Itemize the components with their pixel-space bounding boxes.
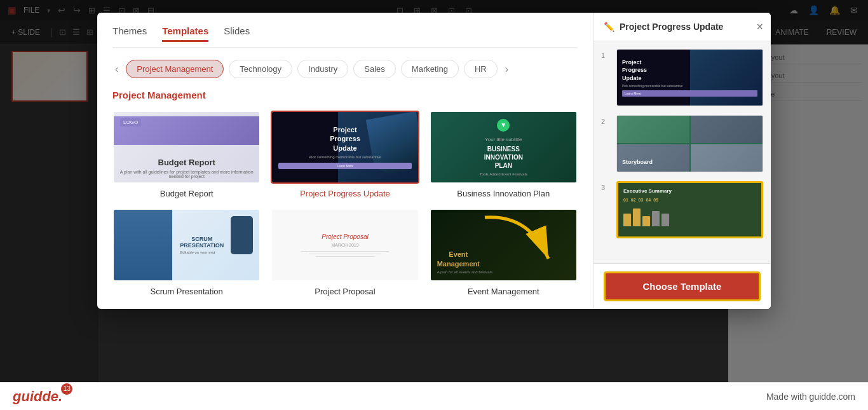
template-label-bip: Business Innovation Plan: [430, 189, 578, 198]
thumb-em-inner: EventManagement A plan for all events an…: [431, 210, 576, 280]
sp3-n5: 05: [653, 198, 658, 202]
tab-templates[interactable]: Templates: [162, 25, 208, 42]
template-thumb-scrum: SCRUMPRESENTATION Editable on your end: [112, 208, 261, 282]
sp3-inner: Executive Summary 01 02 03 04 05: [618, 183, 761, 236]
sp2-cell-2: [691, 116, 763, 143]
sp3-n2: 02: [631, 198, 636, 202]
filter-industry[interactable]: Industry: [297, 60, 348, 78]
sp3-bars: [623, 207, 756, 226]
pp-line: [301, 251, 389, 252]
sp3-bar-1: [623, 214, 631, 226]
scrum-sidebar: [114, 210, 172, 280]
sp1-text: ProjectProgressUpdate: [622, 58, 757, 83]
budget-sub: A plan with all guidelines for project t…: [114, 170, 259, 179]
sp3-title: Executive Summary: [623, 188, 756, 194]
tab-themes[interactable]: Themes: [112, 25, 147, 42]
ppu-title: ProjectProgressUpdate: [278, 125, 411, 153]
modal-main: Themes Templates Slides ‹ Project Manage…: [97, 13, 593, 309]
filter-sales[interactable]: Sales: [353, 60, 396, 78]
filter-next-button[interactable]: ›: [503, 61, 511, 78]
sp2-title: Storyboard: [622, 159, 653, 165]
slide-preview-2: 2 Storyboard: [601, 115, 763, 172]
template-card-project-proposal[interactable]: Project Proposal MARCH 2019 Project Prop…: [271, 208, 419, 296]
sp3-bar-5: [661, 214, 669, 226]
template-card-scrum[interactable]: SCRUMPRESENTATION Editable on your end S…: [112, 208, 261, 296]
scrum-phone: [231, 216, 253, 254]
modal-overlay: × Themes Templates Slides ‹ Project Mana…: [0, 0, 868, 410]
modal-right-header: ✏️ Project Progress Update: [593, 13, 771, 41]
template-card-ppu[interactable]: ProjectProgressUpdate Pick something mem…: [271, 111, 419, 198]
modal-tabs: Themes Templates Slides: [112, 25, 578, 48]
filter-marketing[interactable]: Marketing: [401, 60, 459, 78]
sp3-n1: 01: [623, 198, 628, 202]
modal-close-button[interactable]: ×: [756, 20, 763, 34]
thumb-pp-inner: Project Proposal MARCH 2019: [272, 210, 417, 280]
choose-template-container: Choose Template: [593, 263, 771, 309]
edit-icon: ✏️: [604, 22, 614, 32]
template-thumb-bip: ▼ Your title subtitle BUSINESSINNOVATION…: [430, 111, 578, 184]
slide-previews-list: 1 ProjectProgressUpdate Pick something m…: [593, 41, 771, 263]
footer-logo: guidde.: [13, 388, 62, 405]
sp1-sub: Pick something memorable but substantive: [622, 84, 757, 88]
em-title: EventManagement: [437, 250, 480, 268]
footer-logo-container: guidde. 13: [13, 388, 72, 405]
sp2-inner: Storyboard: [617, 116, 763, 172]
slide-thumb-1[interactable]: ProjectProgressUpdate Pick something mem…: [616, 49, 763, 106]
choose-template-button[interactable]: Choose Template: [604, 271, 761, 301]
sp3-bar-2: [633, 208, 641, 226]
bip-sub: Tools Added Event Festivals: [480, 172, 527, 176]
template-label-scrum: Scrum Presentation: [112, 287, 261, 296]
section-heading: Project Management: [112, 90, 578, 100]
tab-slides[interactable]: Slides: [224, 25, 250, 42]
template-label-event-management: Event Management: [430, 287, 578, 296]
pp-sub: MARCH 2019: [331, 243, 358, 247]
filter-prev-button[interactable]: ‹: [112, 61, 121, 78]
bip-icon: ▼: [497, 119, 510, 132]
thumb-bip-inner: ▼ Your title subtitle BUSINESSINNOVATION…: [431, 112, 576, 182]
slide-num-3: 3: [601, 184, 610, 191]
em-sub: A plan for all events and festivals: [437, 270, 492, 274]
slide-preview-3: 3 Executive Summary 01 02 03 04 05: [601, 181, 763, 238]
template-modal: × Themes Templates Slides ‹ Project Mana…: [97, 13, 771, 309]
template-card-event-management[interactable]: EventManagement A plan for all events an…: [430, 208, 578, 296]
pp-line2: [309, 254, 382, 254]
ppu-btn: Learn More: [278, 163, 411, 169]
sp2-cell-4: [691, 144, 763, 172]
modal-right-title: Project Progress Update: [620, 22, 723, 32]
template-grid: LOGO Budget Report A plan with all guide…: [112, 111, 578, 296]
thumb-scrum-inner: SCRUMPRESENTATION Editable on your end: [114, 210, 259, 280]
filter-row: ‹ Project Management Technology Industry…: [112, 60, 578, 78]
scrum-title: SCRUMPRESENTATION: [180, 236, 224, 249]
thumb-ppu-inner: ProjectProgressUpdate Pick something mem…: [272, 112, 417, 182]
sp3-bar-4: [652, 211, 660, 226]
sp3-bar-3: [642, 216, 650, 226]
sp3-n3: 03: [639, 198, 644, 202]
modal-right-panel: ✏️ Project Progress Update 1 ProjectProg…: [593, 13, 771, 309]
slide-preview-1: 1 ProjectProgressUpdate Pick something m…: [601, 49, 763, 106]
pp-title: Project Proposal: [322, 233, 368, 240]
sp3-n4: 04: [646, 198, 651, 202]
sp2-cell-3: [617, 144, 689, 172]
sp1-inner: ProjectProgressUpdate Pick something mem…: [617, 50, 763, 106]
sp2-cell-1: [617, 116, 689, 143]
sp1-btn: Learn More: [622, 90, 757, 97]
bip-tagline: Your title subtitle: [485, 137, 522, 142]
template-card-bip[interactable]: ▼ Your title subtitle BUSINESSINNOVATION…: [430, 111, 578, 198]
slide-thumb-2[interactable]: Storyboard: [616, 115, 763, 172]
thumb-budget-inner: LOGO Budget Report A plan with all guide…: [114, 112, 259, 182]
bip-title: BUSINESSINNOVATIONPLAN: [484, 145, 523, 170]
filter-hr[interactable]: HR: [464, 60, 498, 78]
template-thumb-project-proposal: Project Proposal MARCH 2019: [271, 208, 419, 282]
ppu-sub: Pick something memorable but substantive: [278, 155, 411, 159]
filter-technology[interactable]: Technology: [229, 60, 292, 78]
template-thumb-budget-report: LOGO Budget Report A plan with all guide…: [112, 111, 261, 184]
slide-thumb-3[interactable]: Executive Summary 01 02 03 04 05: [616, 181, 763, 238]
footer-tagline: Made with guidde.com: [766, 392, 855, 402]
template-card-budget-report[interactable]: LOGO Budget Report A plan with all guide…: [112, 111, 261, 198]
filter-project-management[interactable]: Project Management: [126, 60, 224, 78]
footer: guidde. 13 Made with guidde.com: [0, 382, 868, 410]
scrum-sub: Editable on your end: [180, 250, 215, 254]
template-thumb-event-management: EventManagement A plan for all events an…: [430, 208, 578, 282]
pp-line3: [316, 256, 374, 257]
budget-logo: LOGO: [120, 118, 141, 126]
